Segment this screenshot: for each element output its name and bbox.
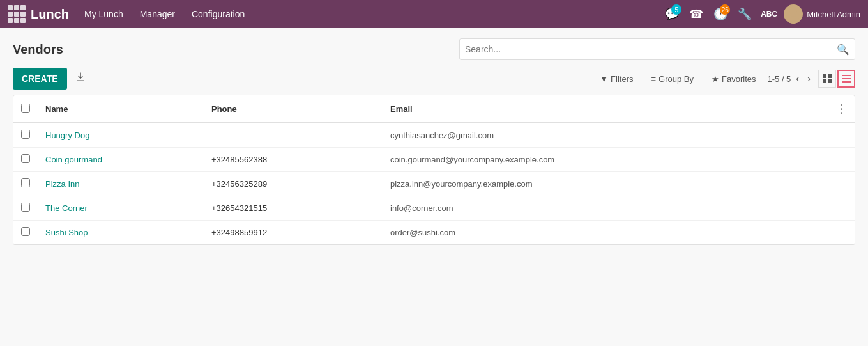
app-grid-icon[interactable] [8, 5, 26, 23]
abc-label-btn[interactable]: ABC [759, 4, 779, 24]
chat-badge: 5 [671, 4, 681, 15]
col-header-name[interactable]: Name [38, 95, 204, 123]
table-row: Coin gourmand +32485562388 coin.gourmand… [13, 148, 855, 172]
row-email-cell: info@corner.com [383, 196, 793, 221]
col-more-options[interactable]: ⋮ [793, 95, 855, 123]
svg-rect-3 [828, 74, 832, 78]
row-checkbox[interactable] [21, 227, 30, 236]
star-icon: ★ [712, 74, 719, 84]
row-empty-cell [793, 221, 855, 245]
favorites-button[interactable]: ★ Favorites [708, 72, 759, 86]
app-logo[interactable]: Lunch [31, 7, 69, 22]
row-name-cell: Hungry Dog [38, 123, 204, 148]
pagination-prev[interactable]: ‹ [793, 72, 802, 86]
phone-icon-btn[interactable]: ☎ [687, 4, 706, 24]
search-icon[interactable]: 🔍 [837, 43, 849, 56]
pagination: 1-5 / 5 ‹ › [767, 70, 855, 88]
svg-rect-6 [842, 75, 851, 76]
vendors-table: Name Phone Email ⋮ Hungry Dog [13, 95, 855, 245]
row-empty-cell [793, 196, 855, 221]
row-checkbox-cell[interactable] [13, 148, 38, 172]
filters-button[interactable]: ▼ Filters [596, 72, 637, 86]
col-header-phone[interactable]: Phone [204, 95, 383, 123]
vendor-name-link[interactable]: Pizza Inn [45, 179, 79, 189]
view-toggle [818, 70, 855, 88]
row-checkbox-cell[interactable] [13, 221, 38, 245]
table-row: Pizza Inn +32456325289 pizza.inn@yourcom… [13, 172, 855, 196]
vendor-name-link[interactable]: Sushi Shop [45, 228, 88, 237]
toolbar-left: CREATE [13, 68, 89, 90]
svg-rect-8 [842, 81, 851, 83]
user-menu[interactable]: Mitchell Admin [784, 4, 860, 24]
download-button[interactable] [72, 69, 89, 89]
page-header: Vendors 🔍 [13, 38, 855, 60]
svg-rect-7 [842, 78, 851, 79]
vendor-name-link[interactable]: The Corner [45, 203, 88, 213]
col-header-email[interactable]: Email [383, 95, 793, 123]
row-checkbox[interactable] [21, 154, 30, 163]
avatar [784, 4, 803, 24]
nav-my-lunch[interactable]: My Lunch [77, 0, 131, 28]
search-bar: 🔍 [459, 38, 855, 60]
chat-icon-btn[interactable]: 💬 5 [662, 4, 681, 24]
svg-rect-5 [828, 79, 832, 83]
toolbar: CREATE ▼ Filters ≡ Group By ★ Favorites [13, 68, 855, 90]
row-email-cell: cynthiasanchez@gmail.com [383, 123, 793, 148]
row-empty-cell [793, 148, 855, 172]
row-phone-cell: +32498859912 [204, 221, 383, 245]
svg-point-0 [789, 8, 797, 15]
table-header-row: Name Phone Email ⋮ [13, 95, 855, 123]
nav-manager[interactable]: Manager [132, 0, 183, 28]
filter-icon: ▼ [600, 74, 608, 84]
list-view-button[interactable] [837, 70, 855, 88]
row-phone-cell: +32485562388 [204, 148, 383, 172]
svg-rect-2 [823, 74, 826, 78]
pagination-next[interactable]: › [805, 72, 813, 86]
svg-rect-4 [823, 79, 826, 83]
search-container: 🔍 [459, 38, 855, 60]
row-checkbox[interactable] [21, 178, 30, 187]
row-name-cell: Sushi Shop [38, 221, 204, 245]
row-checkbox[interactable] [21, 130, 30, 139]
toolbar-right: ▼ Filters ≡ Group By ★ Favorites 1-5 / 5… [596, 70, 855, 88]
row-email-cell: order@sushi.com [383, 221, 793, 245]
select-all-checkbox[interactable] [21, 104, 30, 113]
pagination-count: 1-5 / 5 [767, 74, 791, 84]
main-content: Vendors 🔍 CREATE ▼ Filters ≡ G [0, 28, 868, 255]
page-title: Vendors [13, 42, 63, 57]
row-phone-cell [204, 123, 383, 148]
vendor-name-link[interactable]: Hungry Dog [45, 130, 89, 140]
topnav-icons: 💬 5 ☎ 🕐 26 🔧 ABC Mitchell Admin [662, 4, 860, 24]
wrench-icon-btn[interactable]: 🔧 [735, 4, 754, 24]
app-name: Lunch [31, 7, 69, 22]
topnav: Lunch My Lunch Manager Configuration 💬 5… [0, 0, 868, 28]
filter-bar: ▼ Filters ≡ Group By ★ Favorites [596, 72, 759, 86]
row-email-cell: coin.gourmand@yourcompany.example.com [383, 148, 793, 172]
select-all-checkbox-cell[interactable] [13, 95, 38, 123]
create-button[interactable]: CREATE [13, 68, 67, 90]
row-name-cell: Pizza Inn [38, 172, 204, 196]
groupby-icon: ≡ [651, 74, 657, 84]
table-row: The Corner +32654321515 info@corner.com [13, 196, 855, 221]
row-phone-cell: +32456325289 [204, 172, 383, 196]
groupby-button[interactable]: ≡ Group By [648, 72, 698, 86]
row-name-cell: The Corner [38, 196, 204, 221]
svg-point-1 [786, 16, 800, 24]
table-row: Sushi Shop +32498859912 order@sushi.com [13, 221, 855, 245]
row-checkbox-cell[interactable] [13, 123, 38, 148]
vendor-name-link[interactable]: Coin gourmand [45, 155, 102, 164]
row-checkbox-cell[interactable] [13, 196, 38, 221]
row-empty-cell [793, 123, 855, 148]
row-checkbox[interactable] [21, 203, 30, 212]
row-phone-cell: +32654321515 [204, 196, 383, 221]
nav-configuration[interactable]: Configuration [184, 0, 252, 28]
topnav-menu: My Lunch Manager Configuration [77, 0, 660, 28]
row-email-cell: pizza.inn@yourcompany.example.com [383, 172, 793, 196]
row-checkbox-cell[interactable] [13, 172, 38, 196]
search-input[interactable] [465, 44, 837, 54]
row-name-cell: Coin gourmand [38, 148, 204, 172]
activity-icon-btn[interactable]: 🕐 26 [711, 4, 730, 24]
activity-badge: 26 [720, 4, 730, 15]
table-row: Hungry Dog cynthiasanchez@gmail.com [13, 123, 855, 148]
kanban-view-button[interactable] [818, 70, 836, 88]
